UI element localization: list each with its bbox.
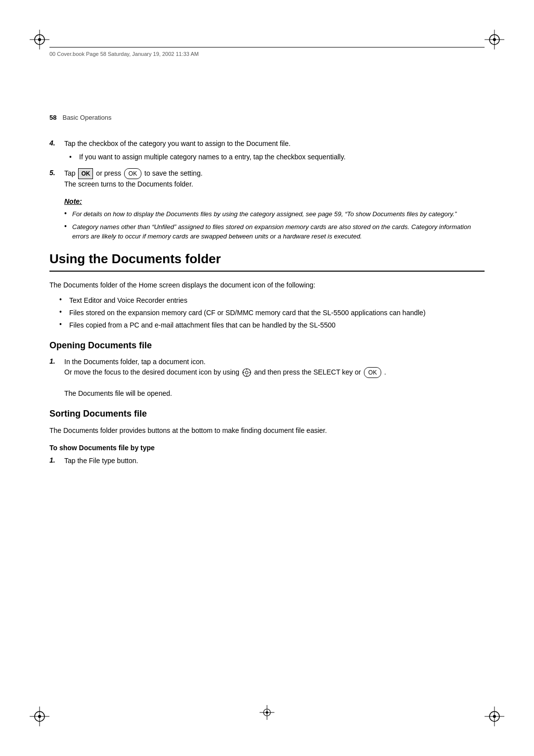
corner-mark-tr [485, 30, 504, 49]
page-header: 58 Basic Operations [49, 114, 111, 121]
sort-step-1: 1. Tap the File type button. [49, 456, 485, 466]
note-section: Note: • For details on how to display th… [64, 197, 485, 241]
step-5: 5. Tap OK or press OK to save the settin… [49, 168, 485, 189]
svg-point-7 [493, 38, 496, 41]
bullet-mark-2: • [59, 308, 69, 318]
note-bullet-dot-2: • [64, 222, 72, 241]
step-5-number: 5. [49, 169, 64, 177]
open-step-1-then-press: and then press the SELECT key or [254, 368, 361, 376]
svg-point-3 [38, 38, 41, 41]
bottom-center-mark [260, 705, 274, 721]
nav-icon [242, 368, 251, 377]
corner-mark-bl [30, 707, 49, 726]
header-bar: 00 Cover.book Page 58 Saturday, January … [49, 47, 485, 57]
section-bullet-1: • Text Editor and Voice Recorder entries [59, 295, 485, 306]
sort-step-1-text: Tap the File type button. [64, 457, 138, 465]
section-bullet-2: • Files stored on the expansion memory c… [59, 308, 485, 318]
svg-point-17 [245, 371, 248, 374]
open-ok-oval: OK [364, 367, 381, 378]
open-step-1-file-opened: The Documents file will be opened. [64, 389, 172, 397]
chapter-title: Basic Operations [62, 114, 111, 121]
subsubsection-by-type: To show Documents file by type [49, 444, 485, 452]
open-step-1-or-move: Or move the focus to the desired documen… [64, 368, 239, 376]
note-bullet-1: • For details on how to display the Docu… [64, 209, 485, 219]
ok-button-inline: OK [78, 168, 93, 179]
svg-point-11 [38, 715, 41, 718]
subsection-opening: Opening Documents file [49, 340, 485, 351]
sorting-intro: The Documents folder provides buttons at… [49, 425, 485, 436]
step-4: 4. Tap the checkbox of the category you … [49, 139, 485, 162]
page-number: 58 [49, 114, 56, 121]
note-bullet-text-2: Category names other than “Unfiled” assi… [72, 222, 485, 241]
open-step-1: 1. In the Documents folder, tap a docume… [49, 357, 485, 399]
note-bullet-text-1: For details on how to display the Docume… [72, 209, 457, 219]
page: 00 Cover.book Page 58 Saturday, January … [0, 0, 534, 756]
step-5-or-press: or press [96, 169, 121, 177]
ok-button-oval: OK [124, 168, 141, 179]
step-4-number: 4. [49, 139, 64, 147]
bullet-mark-1: • [59, 295, 69, 306]
section-bullet-text-1: Text Editor and Voice Recorder entries [69, 295, 187, 306]
header-file-text: 00 Cover.book Page 58 Saturday, January … [49, 51, 199, 57]
bullet-dot-4: • [69, 152, 79, 162]
step-4-content: Tap the checkbox of the category you wan… [64, 139, 485, 162]
section-intro: The Documents folder of the Home screen … [49, 280, 485, 290]
section-bullet-text-3: Files copied from a PC and e-mail attach… [69, 320, 336, 331]
svg-point-15 [493, 715, 496, 718]
step-4-sub-bullet: • If you want to assign multiple categor… [69, 152, 485, 162]
corner-mark-br [485, 707, 504, 726]
main-content: 4. Tap the checkbox of the category you … [49, 139, 485, 472]
open-step-1-text: In the Documents folder, tap a document … [64, 358, 206, 366]
step-4-sub-text: If you want to assign multiple category … [79, 152, 346, 162]
step-4-text: Tap the checkbox of the category you wan… [64, 140, 291, 147]
step-5-tap-label: Tap [64, 169, 76, 177]
section-bullet-list: • Text Editor and Voice Recorder entries… [59, 295, 485, 331]
step-5-to-save: to save the setting. [144, 169, 203, 177]
corner-mark-tl [30, 30, 49, 49]
note-bullet-dot-1: • [64, 209, 72, 219]
section-bullet-text-2: Files stored on the expansion memory car… [69, 308, 426, 318]
section-bullet-3: • Files copied from a PC and e-mail atta… [59, 320, 485, 331]
step-5-screen-turns: The screen turns to the Documents folder… [64, 180, 193, 188]
subsection-sorting: Sorting Documents file [49, 409, 485, 419]
svg-point-25 [266, 711, 268, 714]
sort-step-1-number: 1. [49, 456, 64, 464]
section-heading: Using the Documents folder [49, 251, 485, 272]
step-5-content: Tap OK or press OK to save the setting. … [64, 168, 485, 189]
bullet-mark-3: • [59, 320, 69, 331]
note-bullet-2: • Category names other than “Unfiled” as… [64, 222, 485, 241]
sort-step-1-content: Tap the File type button. [64, 456, 485, 466]
open-step-1-content: In the Documents folder, tap a document … [64, 357, 485, 399]
open-step-1-number: 1. [49, 357, 64, 365]
note-label: Note: [64, 197, 485, 205]
open-step-1-period: . [384, 368, 386, 376]
